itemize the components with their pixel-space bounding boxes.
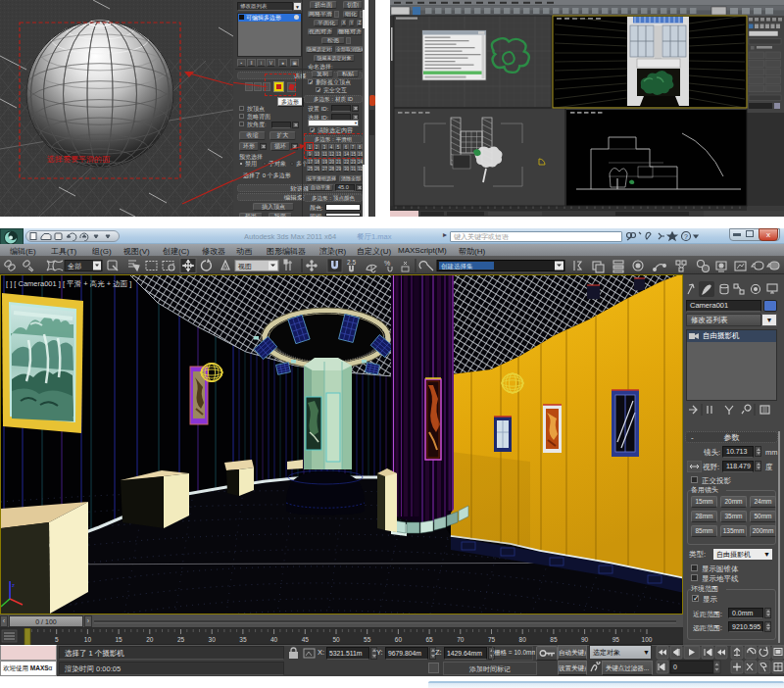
svg-text:90: 90	[581, 636, 589, 643]
svg-text:0: 0	[673, 663, 677, 670]
svg-text:z: z	[12, 582, 15, 588]
svg-text:10: 10	[84, 636, 92, 643]
svg-text:5: 5	[55, 636, 59, 643]
svg-text:?: ?	[684, 233, 688, 240]
svg-text:70: 70	[457, 636, 465, 643]
svg-text:45: 45	[302, 636, 310, 643]
svg-text:30: 30	[209, 636, 217, 643]
svg-text:35: 35	[239, 636, 247, 643]
svg-text:40: 40	[270, 636, 278, 643]
svg-text:20: 20	[146, 636, 154, 643]
svg-text:60: 60	[395, 636, 403, 643]
svg-text:55: 55	[364, 636, 371, 643]
svg-text:75: 75	[488, 636, 496, 643]
svg-text:视图: 视图	[238, 263, 252, 270]
svg-text:100: 100	[642, 636, 653, 643]
svg-text:15: 15	[115, 636, 122, 643]
svg-text:全部: 全部	[68, 263, 81, 270]
svg-text:50: 50	[332, 636, 340, 643]
svg-text:选择需要平滑的面: 选择需要平滑的面	[47, 155, 111, 164]
svg-text:25: 25	[177, 636, 185, 643]
svg-text:[ ] [ Camera001 ] [ 平滑 + 高光 +: [ ] [ Camera001 ] [ 平滑 + 高光 + 边面 ]	[6, 279, 131, 288]
svg-text:创建选择集: 创建选择集	[441, 263, 473, 270]
svg-text:2.5: 2.5	[347, 259, 356, 266]
svg-text:%: %	[384, 260, 390, 267]
svg-text:95: 95	[612, 636, 620, 643]
svg-text:85: 85	[550, 636, 558, 643]
svg-text:65: 65	[425, 636, 433, 643]
svg-text:80: 80	[519, 636, 527, 643]
